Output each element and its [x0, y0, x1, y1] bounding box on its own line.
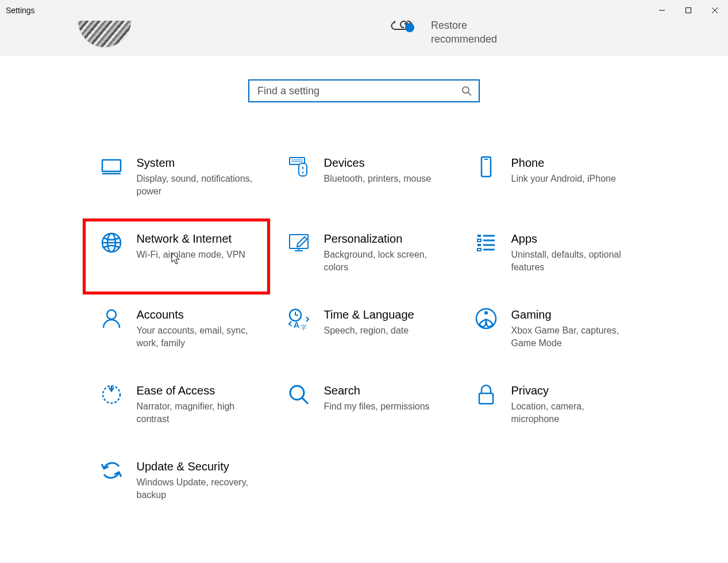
category-desc: Your accounts, email, sync, work, family: [137, 324, 253, 350]
maximize-icon: [685, 7, 691, 13]
category-desc: Speech, region, date: [324, 324, 414, 337]
category-title: Gaming: [511, 307, 627, 322]
system-icon: [100, 155, 123, 178]
privacy-icon: [475, 383, 498, 406]
category-title: Time & Language: [324, 307, 414, 322]
svg-rect-1: [686, 8, 691, 13]
category-time[interactable]: Time & LanguageSpeech, region, date: [270, 294, 457, 370]
category-network[interactable]: Network & InternetWi-Fi, airplane mode, …: [83, 219, 270, 294]
category-title: Update & Security: [137, 459, 253, 474]
category-desc: Windows Update, recovery, backup: [137, 476, 253, 501]
phone-icon: [475, 155, 498, 178]
svg-point-4: [463, 87, 469, 93]
search-icon: [461, 86, 472, 96]
category-update[interactable]: Update & SecurityWindows Update, recover…: [83, 446, 270, 522]
svg-line-5: [468, 93, 471, 95]
window-title: Settings: [6, 6, 35, 15]
accounts-icon: [100, 307, 123, 330]
category-desc: Wi-Fi, airplane mode, VPN: [137, 248, 245, 261]
category-title: Phone: [511, 155, 616, 170]
update-icon: [100, 459, 123, 482]
search-box[interactable]: [248, 79, 480, 102]
minimize-icon: [659, 7, 665, 13]
category-desc: Link your Android, iPhone: [511, 173, 616, 185]
status-line-2: recommended: [431, 32, 497, 46]
category-desc: Bluetooth, printers, mouse: [324, 173, 432, 185]
category-title: Apps: [511, 231, 627, 246]
category-gaming[interactable]: GamingXbox Game Bar, captures, Game Mode: [457, 294, 645, 370]
avatar-image: [78, 21, 131, 47]
minimize-button[interactable]: [649, 0, 675, 21]
category-desc: Find my files, permissions: [324, 400, 430, 413]
search-category-icon: [287, 383, 310, 406]
category-privacy[interactable]: PrivacyLocation, camera, microphone: [457, 370, 645, 446]
category-title: Search: [324, 383, 430, 398]
header-area: Restore recommended: [0, 21, 728, 56]
status-dot-icon: [405, 23, 414, 32]
time-language-icon: [287, 307, 310, 330]
close-icon: [712, 7, 718, 13]
onedrive-status[interactable]: Restore recommended: [391, 21, 497, 46]
user-avatar[interactable]: [78, 21, 132, 48]
category-desc: Background, lock screen, colors: [324, 248, 440, 274]
apps-icon: [475, 231, 498, 254]
category-desc: Uninstall, defaults, optional features: [511, 248, 627, 274]
category-title: Devices: [324, 155, 432, 170]
category-desc: Narrator, magnifier, high contrast: [137, 400, 253, 426]
category-accounts[interactable]: AccountsYour accounts, email, sync, work…: [83, 294, 270, 370]
category-ease-of-access[interactable]: Ease of AccessNarrator, magnifier, high …: [83, 370, 270, 446]
category-personalization[interactable]: PersonalizationBackground, lock screen, …: [270, 219, 457, 294]
globe-icon: [100, 231, 123, 254]
category-title: Personalization: [324, 231, 440, 246]
category-apps[interactable]: AppsUninstall, defaults, optional featur…: [457, 219, 645, 294]
category-title: Network & Internet: [137, 231, 245, 246]
close-button[interactable]: [702, 0, 728, 21]
category-title: Ease of Access: [137, 383, 253, 398]
category-desc: Location, camera, microphone: [511, 400, 627, 426]
search-input[interactable]: [256, 85, 461, 98]
gaming-icon: [475, 307, 498, 330]
settings-categories: SystemDisplay, sound, notifications, pow…: [83, 143, 646, 522]
maximize-button[interactable]: [675, 0, 702, 21]
category-title: System: [137, 155, 253, 170]
category-title: Privacy: [511, 383, 627, 398]
personalization-icon: [287, 231, 310, 254]
category-system[interactable]: SystemDisplay, sound, notifications, pow…: [83, 143, 270, 219]
title-bar: Settings: [0, 0, 728, 21]
category-title: Accounts: [137, 307, 253, 322]
category-phone[interactable]: PhoneLink your Android, iPhone: [457, 143, 645, 219]
devices-icon: [287, 155, 310, 178]
category-devices[interactable]: DevicesBluetooth, printers, mouse: [270, 143, 457, 219]
category-search[interactable]: SearchFind my files, permissions: [270, 370, 457, 446]
category-desc: Display, sound, notifications, power: [137, 173, 253, 198]
status-line-1: Restore: [431, 21, 497, 32]
ease-of-access-icon: [100, 383, 123, 406]
category-desc: Xbox Game Bar, captures, Game Mode: [511, 324, 627, 350]
